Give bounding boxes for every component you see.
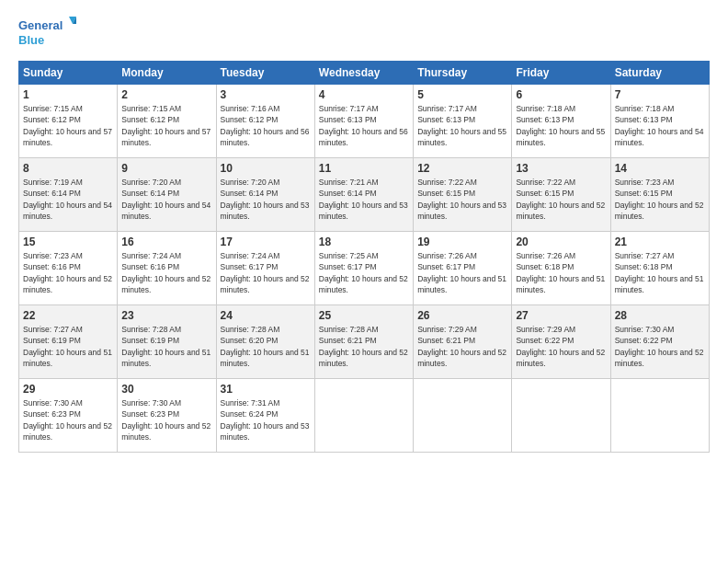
calendar-cell: 31Sunrise: 7:31 AMSunset: 6:24 PMDayligh…	[216, 379, 314, 453]
calendar-page: General Blue SundayMondayTuesdayWednesda…	[0, 0, 728, 563]
calendar-cell: 28Sunrise: 7:30 AMSunset: 6:22 PMDayligh…	[610, 305, 709, 379]
day-info: Sunrise: 7:28 AMSunset: 6:20 PMDaylight:…	[221, 324, 311, 369]
calendar-cell: 17Sunrise: 7:24 AMSunset: 6:17 PMDayligh…	[216, 232, 314, 305]
day-info: Sunrise: 7:29 AMSunset: 6:21 PMDaylight:…	[417, 324, 507, 369]
calendar-cell	[414, 379, 512, 453]
calendar-cell: 2Sunrise: 7:15 AMSunset: 6:12 PMDaylight…	[118, 85, 216, 158]
calendar-cell: 16Sunrise: 7:24 AMSunset: 6:16 PMDayligh…	[118, 232, 216, 305]
calendar-cell: 24Sunrise: 7:28 AMSunset: 6:20 PMDayligh…	[216, 305, 314, 379]
logo: General Blue	[18, 17, 78, 52]
day-header-saturday: Saturday	[610, 62, 709, 85]
day-number: 31	[221, 383, 311, 396]
day-info: Sunrise: 7:20 AMSunset: 6:14 PMDaylight:…	[221, 177, 311, 222]
day-info: Sunrise: 7:27 AMSunset: 6:18 PMDaylight:…	[615, 250, 705, 295]
day-info: Sunrise: 7:31 AMSunset: 6:24 PMDaylight:…	[221, 397, 311, 442]
calendar-cell: 10Sunrise: 7:20 AMSunset: 6:14 PMDayligh…	[216, 158, 314, 232]
day-info: Sunrise: 7:30 AMSunset: 6:23 PMDaylight:…	[121, 397, 211, 442]
calendar-cell: 18Sunrise: 7:25 AMSunset: 6:17 PMDayligh…	[314, 232, 413, 305]
calendar-cell: 19Sunrise: 7:26 AMSunset: 6:17 PMDayligh…	[414, 232, 512, 305]
day-number: 25	[319, 309, 409, 322]
day-info: Sunrise: 7:26 AMSunset: 6:17 PMDaylight:…	[417, 250, 507, 295]
day-header-wednesday: Wednesday	[314, 62, 413, 85]
calendar-cell: 13Sunrise: 7:22 AMSunset: 6:15 PMDayligh…	[512, 158, 610, 232]
day-info: Sunrise: 7:20 AMSunset: 6:14 PMDaylight:…	[121, 177, 211, 222]
day-info: Sunrise: 7:26 AMSunset: 6:18 PMDaylight:…	[516, 250, 606, 295]
day-number: 2	[121, 88, 211, 101]
week-row-4: 29Sunrise: 7:30 AMSunset: 6:23 PMDayligh…	[19, 379, 710, 453]
day-number: 18	[319, 236, 409, 248]
calendar-cell: 22Sunrise: 7:27 AMSunset: 6:19 PMDayligh…	[19, 305, 118, 379]
header-row: SundayMondayTuesdayWednesdayThursdayFrid…	[19, 62, 710, 85]
day-number: 7	[615, 88, 705, 101]
day-number: 30	[121, 383, 211, 396]
day-info: Sunrise: 7:30 AMSunset: 6:23 PMDaylight:…	[23, 397, 113, 442]
day-header-monday: Monday	[118, 62, 216, 85]
calendar-cell: 7Sunrise: 7:18 AMSunset: 6:13 PMDaylight…	[610, 85, 709, 158]
week-row-0: 1Sunrise: 7:15 AMSunset: 6:12 PMDaylight…	[19, 85, 710, 158]
day-info: Sunrise: 7:18 AMSunset: 6:13 PMDaylight:…	[516, 103, 606, 148]
day-info: Sunrise: 7:21 AMSunset: 6:14 PMDaylight:…	[319, 177, 409, 222]
day-header-friday: Friday	[512, 62, 610, 85]
day-number: 24	[221, 309, 311, 322]
calendar-cell: 8Sunrise: 7:19 AMSunset: 6:14 PMDaylight…	[19, 158, 118, 232]
day-number: 12	[417, 162, 507, 175]
svg-text:Blue: Blue	[18, 33, 44, 47]
calendar-table: SundayMondayTuesdayWednesdayThursdayFrid…	[18, 61, 710, 453]
calendar-cell: 1Sunrise: 7:15 AMSunset: 6:12 PMDaylight…	[19, 85, 118, 158]
day-number: 28	[615, 309, 705, 322]
day-number: 21	[615, 236, 705, 248]
calendar-cell: 14Sunrise: 7:23 AMSunset: 6:15 PMDayligh…	[610, 158, 709, 232]
day-number: 6	[516, 88, 606, 101]
day-header-thursday: Thursday	[414, 62, 512, 85]
day-number: 23	[121, 309, 211, 322]
calendar-cell: 12Sunrise: 7:22 AMSunset: 6:15 PMDayligh…	[414, 158, 512, 232]
calendar-cell: 15Sunrise: 7:23 AMSunset: 6:16 PMDayligh…	[19, 232, 118, 305]
day-number: 1	[23, 88, 113, 101]
calendar-cell: 11Sunrise: 7:21 AMSunset: 6:14 PMDayligh…	[314, 158, 413, 232]
day-number: 26	[417, 309, 507, 322]
day-info: Sunrise: 7:28 AMSunset: 6:19 PMDaylight:…	[121, 324, 211, 369]
day-number: 9	[121, 162, 211, 175]
header: General Blue	[18, 17, 710, 52]
day-info: Sunrise: 7:22 AMSunset: 6:15 PMDaylight:…	[516, 177, 606, 222]
calendar-cell	[610, 379, 709, 453]
calendar-cell: 23Sunrise: 7:28 AMSunset: 6:19 PMDayligh…	[118, 305, 216, 379]
day-info: Sunrise: 7:24 AMSunset: 6:17 PMDaylight:…	[221, 250, 311, 295]
day-info: Sunrise: 7:15 AMSunset: 6:12 PMDaylight:…	[23, 103, 113, 148]
day-number: 29	[23, 383, 113, 396]
calendar-cell: 29Sunrise: 7:30 AMSunset: 6:23 PMDayligh…	[19, 379, 118, 453]
day-number: 22	[23, 309, 113, 322]
day-number: 16	[121, 236, 211, 248]
day-info: Sunrise: 7:23 AMSunset: 6:15 PMDaylight:…	[615, 177, 705, 222]
day-number: 19	[417, 236, 507, 248]
day-number: 17	[221, 236, 311, 248]
day-header-tuesday: Tuesday	[216, 62, 314, 85]
day-info: Sunrise: 7:16 AMSunset: 6:12 PMDaylight:…	[221, 103, 311, 148]
calendar-cell: 27Sunrise: 7:29 AMSunset: 6:22 PMDayligh…	[512, 305, 610, 379]
day-info: Sunrise: 7:23 AMSunset: 6:16 PMDaylight:…	[23, 250, 113, 295]
day-info: Sunrise: 7:24 AMSunset: 6:16 PMDaylight:…	[121, 250, 211, 295]
calendar-cell	[314, 379, 413, 453]
day-header-sunday: Sunday	[19, 62, 118, 85]
day-number: 20	[516, 236, 606, 248]
calendar-cell: 9Sunrise: 7:20 AMSunset: 6:14 PMDaylight…	[118, 158, 216, 232]
day-info: Sunrise: 7:28 AMSunset: 6:21 PMDaylight:…	[319, 324, 409, 369]
svg-text:General: General	[18, 18, 63, 32]
week-row-1: 8Sunrise: 7:19 AMSunset: 6:14 PMDaylight…	[19, 158, 710, 232]
day-info: Sunrise: 7:17 AMSunset: 6:13 PMDaylight:…	[319, 103, 409, 148]
calendar-cell: 21Sunrise: 7:27 AMSunset: 6:18 PMDayligh…	[610, 232, 709, 305]
logo-svg: General Blue	[18, 17, 78, 52]
calendar-cell: 20Sunrise: 7:26 AMSunset: 6:18 PMDayligh…	[512, 232, 610, 305]
day-info: Sunrise: 7:25 AMSunset: 6:17 PMDaylight:…	[319, 250, 409, 295]
day-number: 13	[516, 162, 606, 175]
calendar-cell: 3Sunrise: 7:16 AMSunset: 6:12 PMDaylight…	[216, 85, 314, 158]
day-number: 11	[319, 162, 409, 175]
week-row-3: 22Sunrise: 7:27 AMSunset: 6:19 PMDayligh…	[19, 305, 710, 379]
calendar-cell: 6Sunrise: 7:18 AMSunset: 6:13 PMDaylight…	[512, 85, 610, 158]
day-number: 3	[221, 88, 311, 101]
day-info: Sunrise: 7:30 AMSunset: 6:22 PMDaylight:…	[615, 324, 705, 369]
day-info: Sunrise: 7:17 AMSunset: 6:13 PMDaylight:…	[417, 103, 507, 148]
day-number: 14	[615, 162, 705, 175]
day-number: 4	[319, 88, 409, 101]
day-info: Sunrise: 7:19 AMSunset: 6:14 PMDaylight:…	[23, 177, 113, 222]
